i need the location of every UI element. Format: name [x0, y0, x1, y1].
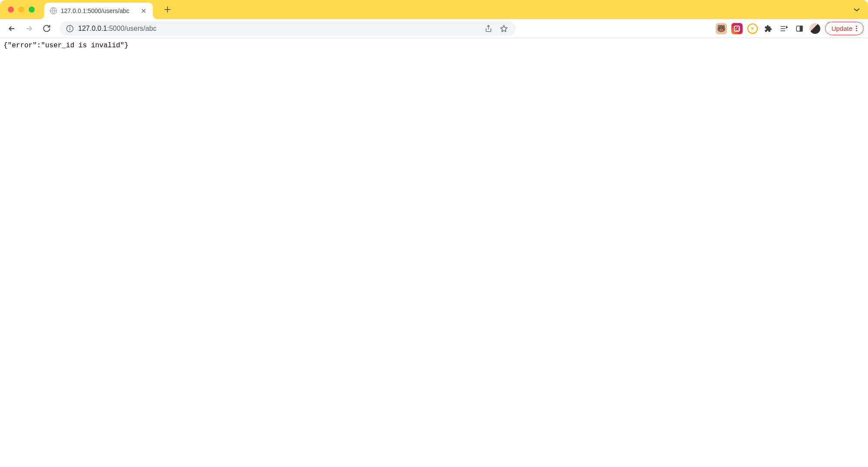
forward-button[interactable]	[22, 21, 36, 36]
address-bar[interactable]: 127.0.0.1:5000/users/abc	[60, 21, 516, 36]
back-button[interactable]	[4, 21, 19, 36]
window-maximize-button[interactable]	[29, 7, 35, 13]
extensions-button[interactable]	[763, 23, 774, 34]
page-body-text: {"error":"user_id is invalid"}	[0, 38, 868, 53]
window-minimize-button[interactable]	[18, 7, 24, 13]
update-button[interactable]: Update	[825, 22, 864, 35]
tab-close-button[interactable]	[140, 7, 148, 15]
tab-search-button[interactable]	[853, 6, 865, 13]
globe-icon	[49, 7, 57, 15]
svg-rect-8	[800, 26, 802, 31]
browser-tab[interactable]: 127.0.0.1:5000/users/abc	[44, 3, 153, 19]
svg-marker-5	[501, 25, 507, 31]
site-info-icon[interactable]	[66, 25, 74, 33]
toolbar: 127.0.0.1:5000/users/abc 🐻	[0, 19, 868, 38]
extension-bear-icon[interactable]: 🐻	[716, 23, 727, 34]
url-path: :5000/users/abc	[107, 25, 157, 32]
tab-title: 127.0.0.1:5000/users/abc	[61, 7, 136, 14]
more-menu-icon	[856, 26, 857, 31]
reload-button[interactable]	[39, 21, 54, 36]
toolbar-right: 🐻 Update	[716, 22, 864, 35]
extension-instagram-icon[interactable]	[731, 23, 743, 34]
url-host: 127.0.0.1	[78, 25, 107, 32]
profile-avatar[interactable]	[809, 23, 821, 34]
extension-circle-icon[interactable]	[747, 23, 758, 34]
bookmark-icon[interactable]	[498, 25, 510, 33]
window-close-button[interactable]	[8, 7, 14, 13]
url-text: 127.0.0.1:5000/users/abc	[78, 25, 479, 33]
side-panel-icon[interactable]	[794, 23, 805, 34]
tab-bar: 127.0.0.1:5000/users/abc	[0, 0, 868, 19]
update-label: Update	[832, 25, 852, 32]
new-tab-button[interactable]	[161, 3, 174, 16]
window-controls	[3, 7, 39, 13]
svg-point-3	[70, 26, 70, 27]
share-icon[interactable]	[483, 25, 494, 32]
reading-list-icon[interactable]	[778, 23, 789, 34]
